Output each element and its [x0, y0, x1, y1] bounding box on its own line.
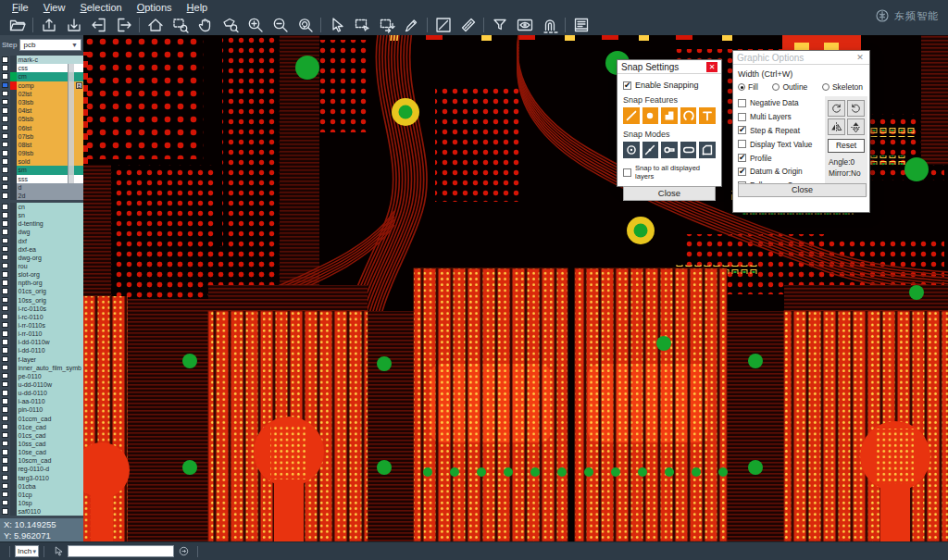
layer-row[interactable]: dxf-ea: [0, 245, 83, 254]
layer-name[interactable]: pe-0110: [17, 372, 84, 380]
snap-key-button[interactable]: [661, 142, 678, 158]
layer-checkbox[interactable]: [2, 220, 8, 227]
graphic-close-button[interactable]: Close: [738, 183, 867, 197]
close-icon[interactable]: ✕: [706, 62, 717, 72]
flip-horizontal-button[interactable]: [828, 118, 845, 135]
filter-funnel-button[interactable]: [487, 15, 512, 35]
layer-name[interactable]: npth-org: [17, 279, 84, 287]
zoom-out-button[interactable]: [268, 15, 293, 35]
snap-line-button[interactable]: [623, 107, 640, 124]
width-radio[interactable]: Skeleton: [822, 82, 863, 92]
layer-name[interactable]: i-rc-0110: [17, 313, 84, 321]
snap-center-button[interactable]: [623, 142, 640, 158]
layer-row[interactable]: 10ss_orig: [0, 296, 83, 305]
layer-row[interactable]: 01ce_cad: [0, 423, 83, 431]
layer-row[interactable]: 01cp: [0, 491, 83, 499]
layer-name[interactable]: u-dd-0110w: [17, 380, 84, 389]
snap-slot-button[interactable]: [680, 142, 697, 158]
brush-button[interactable]: [399, 15, 424, 35]
layer-row[interactable]: i-rr-0110s: [0, 321, 83, 330]
layer-name[interactable]: pin-0110: [17, 405, 84, 414]
layer-checkbox[interactable]: [2, 99, 8, 106]
layer-row[interactable]: targ3-0110: [0, 474, 83, 482]
graphic-option-row[interactable]: ✔ Step & Repeat: [738, 124, 823, 138]
layer-row[interactable]: sn: [0, 211, 83, 219]
layer-checkbox[interactable]: [2, 184, 8, 191]
layer-checkbox[interactable]: [2, 339, 8, 345]
layer-name[interactable]: dxf-ea: [17, 245, 84, 254]
layer-name[interactable]: saf0110: [17, 507, 84, 516]
checkbox-icon[interactable]: ✔: [738, 154, 746, 162]
zoom-window-button[interactable]: [168, 15, 193, 35]
layer-checkbox[interactable]: [2, 158, 8, 165]
layer-checkbox[interactable]: [2, 406, 8, 413]
graphic-option-row[interactable]: ✔ Datum & Origin: [738, 165, 823, 179]
graphic-option-row[interactable]: ✔ Display Text Value: [738, 137, 823, 151]
width-radio[interactable]: Outline: [772, 82, 807, 92]
layer-row[interactable]: 01cba: [0, 482, 83, 491]
layer-checkbox[interactable]: [2, 492, 8, 498]
menu-item[interactable]: File: [6, 1, 35, 14]
zoom-in-button[interactable]: [243, 15, 268, 35]
layer-name[interactable]: rou: [17, 262, 84, 270]
layer-checkbox[interactable]: [2, 475, 8, 481]
layer-checkbox[interactable]: [2, 125, 8, 131]
radio-icon[interactable]: [772, 83, 780, 91]
layer-checkbox[interactable]: [2, 56, 8, 63]
layer-row[interactable]: pe-0110: [0, 372, 83, 380]
layer-name[interactable]: i-dd-0110w: [17, 338, 84, 346]
layer-checkbox[interactable]: [2, 204, 8, 210]
layer-name[interactable]: 10ss_orig: [17, 296, 84, 305]
checkbox-icon[interactable]: ✔: [738, 99, 746, 107]
rotate-ccw-button[interactable]: [847, 100, 865, 117]
layer-name[interactable]: u-dd-0110: [17, 389, 84, 397]
layer-row[interactable]: inner_auto_film_symb: [0, 364, 83, 372]
layer-checkbox[interactable]: [2, 314, 8, 320]
highlight-eye-button[interactable]: [512, 15, 537, 35]
menu-item[interactable]: Options: [131, 1, 179, 14]
measure-ruler-button[interactable]: [455, 15, 480, 35]
layer-checkbox[interactable]: [2, 176, 8, 182]
layer-row[interactable]: saf0110: [0, 507, 83, 516]
layer-name[interactable]: i-aa-0110: [17, 397, 84, 405]
layer-row[interactable]: 10sp: [0, 499, 83, 507]
layer-row[interactable]: f-layer: [0, 355, 83, 364]
select-rect-button[interactable]: [349, 15, 374, 35]
layer-name[interactable]: 01cs_cad: [17, 431, 84, 440]
layer-checkbox[interactable]: [2, 167, 8, 173]
layer-name[interactable]: 10sp: [17, 499, 84, 507]
layer-row[interactable]: reg-0110-d: [0, 465, 83, 473]
layer-row[interactable]: npth-org: [0, 279, 83, 287]
radio-icon[interactable]: [738, 83, 745, 91]
layer-checkbox[interactable]: [2, 271, 8, 278]
menu-item[interactable]: Help: [181, 1, 215, 14]
layer-name[interactable]: i-dd-0110: [17, 346, 84, 355]
snap-magnet-button[interactable]: [537, 15, 562, 35]
layer-checkbox[interactable]: [2, 82, 8, 89]
layers-panel-button[interactable]: [568, 15, 593, 35]
layer-checkbox[interactable]: [2, 398, 8, 404]
layer-name[interactable]: slot-org: [17, 270, 84, 279]
snap-arc-button[interactable]: [680, 107, 697, 124]
graphic-option-row[interactable]: ✔ Negative Data: [738, 96, 823, 110]
layer-row[interactable]: pin-0110: [0, 405, 83, 414]
layer-name[interactable]: dwg-org: [17, 254, 84, 262]
layer-name[interactable]: d: [17, 183, 84, 192]
layer-checkbox[interactable]: [2, 356, 8, 363]
layer-checkbox[interactable]: [2, 390, 8, 396]
checkbox-icon[interactable]: ✔: [623, 81, 631, 90]
layer-checkbox[interactable]: [2, 373, 8, 380]
layer-name[interactable]: 10scm_cad: [17, 456, 84, 465]
layer-row[interactable]: dxf: [0, 237, 83, 245]
checkbox-icon[interactable]: ✔: [738, 126, 746, 134]
width-radio[interactable]: Fill: [738, 82, 758, 92]
layer-name[interactable]: 01ccm_cad: [17, 415, 84, 423]
pan-hand-button[interactable]: [193, 15, 218, 35]
layer-checkbox[interactable]: [2, 441, 8, 447]
layer-name[interactable]: i-rr-0110: [17, 330, 84, 338]
layer-checkbox[interactable]: [2, 212, 8, 218]
layer-checkbox[interactable]: [2, 246, 8, 253]
layer-name[interactable]: f-layer: [17, 355, 84, 364]
flip-vertical-button[interactable]: [847, 118, 865, 135]
layer-checkbox[interactable]: [2, 229, 8, 235]
